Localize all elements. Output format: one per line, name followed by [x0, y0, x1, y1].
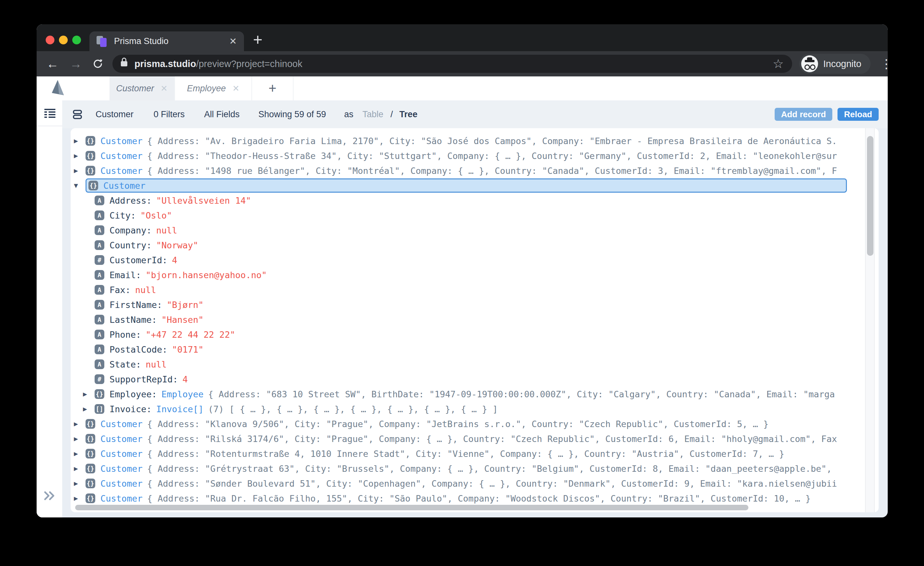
studio-toolbar: Customer 0 Filters All Fields Showing 59… — [62, 100, 888, 128]
zoom-window-button[interactable] — [72, 36, 81, 44]
field-name: CustomerId: — [110, 255, 168, 265]
field-value[interactable]: "Oslo" — [140, 210, 172, 220]
vertical-scrollbar-thumb[interactable] — [867, 136, 873, 256]
tree-row-field[interactable]: AAddress:"Ullevålsveien 14" — [70, 193, 864, 208]
field-name: City: — [110, 210, 136, 220]
field-value[interactable]: null — [135, 285, 156, 295]
expand-icon[interactable]: ▶ — [74, 435, 86, 443]
field-value[interactable]: "Norway" — [156, 240, 198, 250]
tree-row-field[interactable]: AState:null — [70, 357, 864, 372]
back-button[interactable]: ← — [46, 57, 58, 71]
expand-icon[interactable]: ▶ — [74, 137, 86, 145]
bookmark-star-icon[interactable]: ☆ — [773, 57, 784, 71]
tree-row-record[interactable]: ▶{}Customer{ Address: "Rua Dr. Falcão Fi… — [70, 491, 864, 505]
tree-row-record[interactable]: ▶{}Customer{ Address: "Rotenturmstraße 4… — [70, 446, 864, 461]
expand-icon[interactable]: ▶ — [74, 479, 86, 487]
vertical-scrollbar[interactable] — [865, 128, 875, 512]
relation-type[interactable]: Employee — [161, 389, 204, 399]
browser-menu-icon[interactable]: ⋮ — [880, 57, 888, 71]
forward-button[interactable]: → — [70, 57, 82, 71]
tree-row-field[interactable]: APhone:"+47 22 44 22 22" — [70, 327, 864, 342]
expand-icon[interactable]: ▶ — [74, 494, 86, 502]
expand-icon[interactable]: ▶ — [74, 450, 86, 458]
fields-button[interactable]: All Fields — [204, 109, 240, 120]
incognito-label: Incognito — [823, 58, 861, 69]
browser-tab[interactable]: Prisma Studio ✕ — [89, 31, 244, 51]
new-model-tab-button[interactable]: + — [252, 76, 294, 100]
lock-icon — [121, 61, 128, 66]
page-url[interactable]: prisma.studio/preview?project=chinook — [135, 58, 302, 69]
relation-preview: { Address: "683 10 Street SW", BirthDate… — [208, 389, 835, 399]
expand-icon[interactable]: ▶ — [74, 152, 86, 160]
tree-row-field[interactable]: ACompany:null — [70, 223, 864, 238]
new-tab-button[interactable]: + — [253, 30, 262, 49]
field-value[interactable]: "bjorn.hansen@yahoo.no" — [146, 270, 267, 280]
view-table-button[interactable]: Table — [363, 109, 384, 120]
field-value[interactable]: "0171" — [172, 344, 204, 355]
field-value[interactable]: 4 — [172, 255, 177, 265]
as-label: as — [344, 109, 354, 120]
tree-row-field[interactable]: AFax:null — [70, 282, 864, 297]
tree-row-field[interactable]: AEmail:"bjorn.hansen@yahoo.no" — [70, 268, 864, 282]
field-value[interactable]: "Ullevålsveien 14" — [156, 196, 251, 206]
prisma-favicon-icon — [96, 35, 108, 48]
expand-icon[interactable]: ▶ — [83, 390, 94, 398]
tree-row-record[interactable]: ▶{}Customer{ Address: "Sønder Boulevard … — [70, 476, 864, 491]
type-badge-icon: A — [94, 240, 104, 250]
field-value[interactable]: "+47 22 44 22 22" — [146, 329, 235, 340]
tree-row-field[interactable]: #CustomerId:4 — [70, 253, 864, 268]
tree-row-record[interactable]: ▶{}Customer{ Address: "Theodor-Heuss-Str… — [70, 148, 864, 163]
expand-icon[interactable]: ▶ — [74, 420, 86, 428]
field-value[interactable]: "Hansen" — [161, 315, 204, 325]
field-name: PostalCode: — [110, 344, 168, 355]
tab-close-icon[interactable]: ✕ — [230, 36, 237, 46]
type-badge-icon: {} — [86, 479, 95, 488]
close-window-button[interactable] — [46, 36, 54, 44]
tree-row-field[interactable]: #SupportRepId:4 — [70, 372, 864, 386]
address-bar[interactable]: prisma.studio/preview?project=chinook ☆ — [112, 55, 792, 73]
tab-customer[interactable]: Customer ✕ — [110, 76, 175, 100]
relation-type[interactable]: Invoice[] — [156, 404, 204, 414]
reload-page-button[interactable] — [93, 59, 103, 69]
expand-icon[interactable]: ▶ — [74, 167, 86, 175]
relation-name: Invoice: — [110, 404, 152, 414]
field-value[interactable]: null — [146, 359, 167, 370]
field-value[interactable]: 4 — [182, 374, 188, 384]
tab-employee[interactable]: Employee ✕ — [175, 76, 252, 100]
filters-button[interactable]: 0 Filters — [154, 109, 184, 120]
tree-row-field[interactable]: ACountry:"Norway" — [70, 238, 864, 253]
tab-employee-close-icon[interactable]: ✕ — [232, 84, 239, 94]
tree-row-record[interactable]: ▶{}Customer{ Address: "Rilská 3174/6", C… — [70, 431, 864, 446]
reload-button[interactable]: Reload — [837, 108, 879, 121]
field-value[interactable]: "Bjørn" — [167, 300, 204, 310]
models-list-icon[interactable] — [44, 108, 56, 118]
record-preview: { Address: "Sønder Boulevard 51", City: … — [147, 479, 837, 489]
tree-row-selected[interactable]: ▼{}Customer — [70, 178, 864, 193]
tree-row-record[interactable]: ▶{}Customer{ Address: "Grétrystraat 63",… — [70, 461, 864, 476]
rows-view-icon[interactable] — [73, 109, 82, 120]
collapse-icon[interactable]: ▼ — [74, 182, 86, 189]
tab-customer-close-icon[interactable]: ✕ — [161, 84, 168, 94]
selected-record[interactable]: {}Customer — [86, 178, 847, 193]
add-record-button[interactable]: Add record — [775, 108, 832, 121]
expand-icon[interactable]: ▶ — [83, 405, 94, 413]
tree-row-field[interactable]: ACity:"Oslo" — [70, 208, 864, 223]
tree-row-field[interactable]: AFirstName:"Bjørn" — [70, 297, 864, 312]
expand-icon[interactable]: ▶ — [74, 465, 86, 472]
type-badge-icon: {} — [86, 449, 95, 458]
field-value[interactable]: null — [156, 225, 177, 235]
type-badge-icon: A — [94, 270, 104, 280]
tree-row-field[interactable]: APostalCode:"0171" — [70, 342, 864, 357]
tree-row-relation[interactable]: ▶{}Employee:Employee{ Address: "683 10 S… — [70, 386, 864, 401]
tree-row-record[interactable]: ▶{}Customer{ Address: "1498 rue Bélanger… — [70, 163, 864, 178]
url-host: prisma.studio — [135, 58, 196, 69]
tree-row-record[interactable]: ▶{}Customer{ Address: "Klanova 9/506", C… — [70, 416, 864, 431]
view-tree-button[interactable]: Tree — [399, 109, 418, 120]
horizontal-scrollbar-thumb[interactable] — [75, 505, 748, 510]
type-badge-icon: A — [94, 196, 104, 205]
tree-row-relation[interactable]: ▶[]Invoice:Invoice[](7) [ { … }, { … }, … — [70, 401, 864, 416]
tree-row-record[interactable]: ▶{}Customer{ Address: "Av. Brigadeiro Fa… — [70, 133, 864, 148]
minimize-window-button[interactable] — [59, 36, 68, 44]
sidebar-expand-icon[interactable] — [44, 491, 56, 502]
tree-row-field[interactable]: ALastName:"Hansen" — [70, 312, 864, 327]
